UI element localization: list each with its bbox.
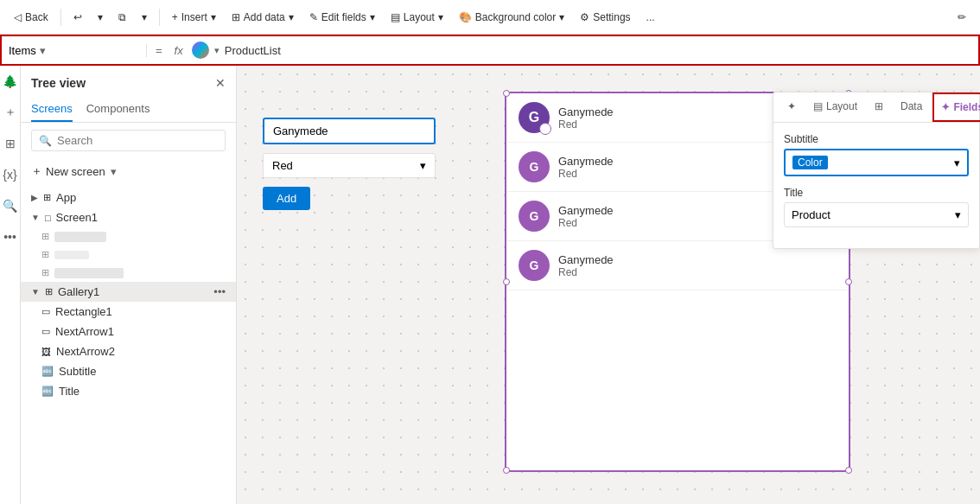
chevron-down-icon-4: ▾ — [289, 11, 294, 23]
table-icon[interactable]: ⊞ — [2, 135, 19, 152]
back-icon: ◁ — [14, 11, 22, 23]
more-button[interactable]: ... — [640, 8, 662, 27]
image-icon: 🖼 — [41, 347, 51, 357]
main-layout: 🌲 ＋ ⊞ {x} 🔍 ••• Tree view ✕ Screens Comp… — [0, 66, 980, 504]
canvas-text-input[interactable]: Ganymede — [263, 118, 436, 144]
chevron-gallery: ▼ — [31, 287, 40, 297]
gallery-text-0: Ganymede Red — [558, 105, 614, 131]
settings-button[interactable]: ⚙ Settings — [573, 8, 637, 27]
toolbar: ◁ Back ↩ ▾ ⧉ ▾ + Insert ▾ ⊞ Add data ▾ ✎… — [0, 0, 980, 35]
add-button[interactable]: Add — [263, 187, 310, 210]
dots-icon[interactable]: ••• — [2, 228, 19, 246]
tree-item-rect1[interactable]: ▭ Rectangle1 — [21, 302, 236, 322]
divider-2 — [159, 9, 160, 26]
tree-item-screen1[interactable]: ▼ □ Screen1 — [21, 207, 236, 227]
search-input[interactable] — [57, 134, 218, 147]
tree-item-nextarrow2[interactable]: 🖼 NextArrow2 — [21, 341, 236, 361]
right-panel-content: Subtitle Color ▾ Title Product ▾ — [773, 123, 979, 248]
undo-dropdown-button[interactable]: ▾ — [91, 8, 110, 27]
tree-item-nextarrow1[interactable]: ▭ NextArrow1 — [21, 322, 236, 341]
data-panel-tab[interactable]: Data — [894, 93, 929, 122]
tree-item-colors[interactable]: ⊞ — [21, 246, 236, 264]
chevron-down-icon-3: ▾ — [211, 11, 216, 23]
handle-tl[interactable] — [503, 90, 510, 97]
insert-button[interactable]: + Insert ▾ — [165, 8, 223, 27]
add-icon[interactable]: ＋ — [2, 104, 19, 121]
formula-logo-icon — [192, 41, 209, 59]
copy-dropdown-button[interactable]: ▾ — [135, 8, 154, 27]
new-screen-button[interactable]: ＋ New screen ▾ — [21, 158, 236, 184]
tab-components[interactable]: Components — [86, 97, 150, 122]
edit-fields-button[interactable]: ✎ Edit fields ▾ — [302, 8, 382, 27]
gear-icon: ⚙ — [580, 11, 589, 23]
grid-icon: ⊞ — [875, 100, 883, 112]
variable-icon[interactable]: {x} — [2, 166, 19, 183]
chevron-down-icon-name: ▾ — [40, 44, 46, 57]
text-icon-1: 🔤 — [41, 366, 54, 377]
plus-icon: + — [172, 11, 178, 23]
layout-panel-tab[interactable]: ▤ Layout — [806, 93, 864, 122]
tree-items: ▶ ⊞ App ▼ □ Screen1 ⊞ ⊞ ⊞ — [21, 184, 236, 504]
icon-panel-tab[interactable]: ✦ — [780, 93, 803, 122]
search-icon-small: 🔍 — [39, 135, 52, 147]
tree-item-browsegallery[interactable]: ⊞ — [21, 227, 236, 246]
title-field-group: Title Product ▾ — [784, 187, 969, 227]
background-color-button[interactable]: 🎨 Background color ▾ — [452, 8, 571, 27]
handle-ml[interactable] — [503, 278, 510, 285]
fields-panel-tab[interactable]: ✦ Fields — [932, 93, 980, 122]
blurred-label-2 — [54, 251, 89, 259]
search-box[interactable]: 🔍 — [31, 130, 226, 151]
tree-item-gallery1[interactable]: ▼ ⊞ Gallery1 ••• — [21, 282, 236, 302]
gallery-text-3: Ganymede Red — [558, 253, 614, 278]
edit-icon-button[interactable]: ✏ — [951, 8, 973, 27]
chevron-down-icon-7: ▾ — [559, 11, 564, 23]
title-select[interactable]: Product ▾ — [784, 202, 969, 227]
subtitle-field-group: Subtitle Color ▾ — [784, 133, 969, 176]
subtitle-select[interactable]: Color ▾ — [784, 149, 969, 176]
gallery-text-2: Ganymede Red — [558, 204, 614, 229]
tab-screens[interactable]: Screens — [31, 97, 73, 122]
tree-view-panel: Tree view ✕ Screens Components 🔍 ＋ New s… — [21, 66, 237, 504]
gallery-more-dots[interactable]: ••• — [213, 285, 226, 298]
chevron-down-icon-6: ▾ — [438, 11, 443, 23]
gallery-avatar-2: G — [519, 201, 550, 232]
tree-view-icon[interactable]: 🌲 — [2, 73, 19, 90]
undo-button[interactable]: ↩ — [67, 8, 89, 27]
tree-item-productitems[interactable]: ⊞ — [21, 264, 236, 282]
rect-icon-1: ▭ — [41, 306, 50, 317]
handle-br[interactable] — [845, 467, 852, 474]
gallery-avatar-1: G — [519, 151, 550, 182]
box-icon-1: ⊞ — [41, 231, 49, 242]
gallery-text-1: Ganymede Red — [558, 155, 614, 180]
data-icon: ⊞ — [232, 11, 240, 23]
pencil-icon: ✏ — [958, 11, 966, 23]
screen-icon: □ — [45, 213, 51, 223]
blurred-label-3 — [54, 268, 124, 278]
gallery-icon: ⊞ — [45, 286, 53, 297]
chevron-down-formula: ▾ — [214, 45, 220, 56]
tree-item-subtitle[interactable]: 🔤 Subtitle — [21, 361, 236, 381]
box-icon-3: ⊞ — [41, 267, 49, 278]
edit-icon: ✎ — [309, 11, 318, 23]
canvas-dropdown[interactable]: Red ▾ — [263, 153, 436, 178]
text-icon-2: 🔤 — [41, 386, 54, 397]
add-data-button[interactable]: ⊞ Add data ▾ — [225, 8, 301, 27]
tree-close-button[interactable]: ✕ — [215, 76, 226, 90]
data-icon-panel-tab[interactable]: ⊞ — [868, 93, 890, 122]
app-icon: ⊞ — [43, 192, 51, 203]
sidebar-icon-strip: 🌲 ＋ ⊞ {x} 🔍 ••• — [0, 66, 21, 504]
chevron-down-icon-2: ▾ — [142, 11, 147, 23]
back-button[interactable]: ◁ Back — [7, 8, 55, 27]
handle-bl[interactable] — [503, 467, 510, 474]
handle-mr[interactable] — [845, 278, 852, 285]
undo-icon: ↩ — [73, 11, 82, 23]
bg-color-icon: 🎨 — [459, 11, 472, 23]
box-icon-2: ⊞ — [41, 249, 49, 260]
tree-item-title[interactable]: 🔤 Title — [21, 381, 236, 401]
layout-button[interactable]: ▤ Layout ▾ — [384, 8, 450, 27]
fields-brush-icon: ✦ — [941, 101, 950, 113]
copy-button[interactable]: ⧉ — [111, 8, 133, 27]
tree-header: Tree view ✕ — [21, 66, 236, 97]
tree-item-app[interactable]: ▶ ⊞ App — [21, 188, 236, 207]
search-icon[interactable]: 🔍 — [2, 197, 19, 214]
